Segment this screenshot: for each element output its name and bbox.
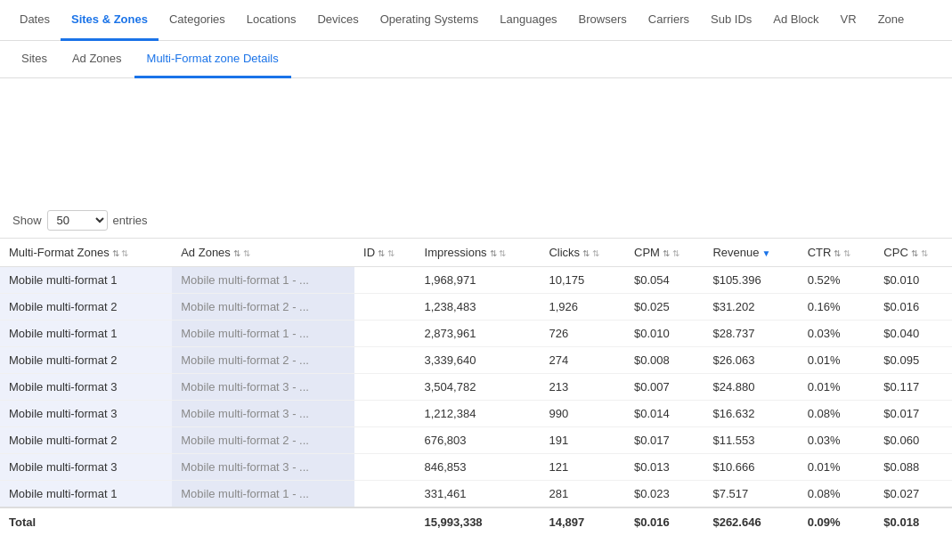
cell-cpc: $0.117 — [875, 374, 952, 401]
sort-icon-clicks: ⇅ — [582, 248, 599, 258]
cell-mfz: Mobile multi-format 2 — [0, 427, 172, 454]
cell-impressions: 1,238,483 — [416, 294, 541, 321]
cell-cpm: $0.013 — [625, 454, 704, 481]
cell-cpc: $0.088 — [875, 454, 952, 481]
table-row: Mobile multi-format 1 Mobile multi-forma… — [0, 481, 952, 508]
cell-cpc: $0.017 — [875, 401, 952, 427]
cell-mfz: Mobile multi-format 2 — [0, 294, 172, 321]
table-row: Mobile multi-format 1 Mobile multi-forma… — [0, 321, 952, 347]
nav-devices[interactable]: Devices — [306, 0, 369, 41]
cell-id — [354, 267, 416, 294]
sort-icon-id: ⇅ — [378, 248, 395, 258]
nav-carriers[interactable]: Carriers — [638, 0, 700, 41]
cell-ctr: 0.01% — [799, 347, 875, 374]
top-nav: Dates Sites & Zones Categories Locations… — [0, 0, 952, 41]
nav-languages[interactable]: Languages — [489, 0, 567, 41]
nav-locations[interactable]: Locations — [236, 0, 307, 41]
sub-nav: Sites Ad Zones Multi-Format zone Details — [0, 41, 952, 78]
col-header-mfz[interactable]: Multi-Format Zones⇅ — [0, 239, 172, 267]
cell-id — [354, 374, 416, 401]
nav-ad-block[interactable]: Ad Block — [762, 0, 829, 41]
table-row: Mobile multi-format 3 Mobile multi-forma… — [0, 401, 952, 427]
cell-clicks: 1,926 — [540, 294, 625, 321]
nav-categories[interactable]: Categories — [159, 0, 236, 41]
table-row: Mobile multi-format 2 Mobile multi-forma… — [0, 294, 952, 321]
cell-az: Mobile multi-format 3 - ... — [172, 454, 354, 481]
cell-revenue: $28.737 — [704, 321, 798, 347]
cell-ctr: 0.16% — [799, 294, 875, 321]
total-id — [354, 507, 416, 536]
cell-az: Mobile multi-format 2 - ... — [172, 294, 354, 321]
col-header-ctr[interactable]: CTR⇅ — [799, 239, 875, 267]
cell-cpc: $0.010 — [875, 267, 952, 294]
col-header-cpm[interactable]: CPM⇅ — [625, 239, 704, 267]
cell-mfz: Mobile multi-format 1 — [0, 481, 172, 508]
sort-icon-ctr: ⇅ — [834, 248, 850, 258]
nav-dates[interactable]: Dates — [9, 0, 61, 41]
cell-clicks: 990 — [540, 401, 625, 427]
cell-cpm: $0.007 — [625, 374, 704, 401]
col-header-cpc[interactable]: CPC⇅ — [875, 239, 952, 267]
total-revenue: $262.646 — [704, 507, 798, 536]
total-cpm: $0.016 — [625, 507, 704, 536]
cell-id — [354, 321, 416, 347]
cell-clicks: 213 — [540, 374, 625, 401]
cell-cpm: $0.014 — [625, 401, 704, 427]
cell-revenue: $16.632 — [704, 401, 798, 427]
cell-mfz: Mobile multi-format 3 — [0, 374, 172, 401]
cell-az: Mobile multi-format 1 - ... — [172, 321, 354, 347]
cell-ctr: 0.01% — [799, 454, 875, 481]
sort-icon-az: ⇅ — [233, 248, 250, 258]
cell-ctr: 0.03% — [799, 321, 875, 347]
cell-impressions: 676,803 — [416, 427, 541, 454]
nav-zone[interactable]: Zone — [867, 0, 915, 41]
cell-cpm: $0.010 — [625, 321, 704, 347]
cell-mfz: Mobile multi-format 3 — [0, 401, 172, 427]
col-header-revenue[interactable]: Revenue — [704, 239, 798, 267]
cell-cpm: $0.008 — [625, 347, 704, 374]
table-row: Mobile multi-format 3 Mobile multi-forma… — [0, 454, 952, 481]
cell-impressions: 3,339,640 — [416, 347, 541, 374]
col-header-az[interactable]: Ad Zones⇅ — [172, 239, 354, 267]
sort-icon-impressions: ⇅ — [490, 248, 507, 258]
cell-impressions: 2,873,961 — [416, 321, 541, 347]
chart-area — [0, 78, 952, 203]
cell-ctr: 0.08% — [799, 401, 875, 427]
cell-mfz: Mobile multi-format 1 — [0, 267, 172, 294]
cell-ctr: 0.01% — [799, 374, 875, 401]
sort-icon-revenue — [761, 248, 770, 258]
col-header-clicks[interactable]: Clicks⇅ — [540, 239, 625, 267]
cell-clicks: 274 — [540, 347, 625, 374]
cell-cpm: $0.017 — [625, 427, 704, 454]
cell-clicks: 10,175 — [540, 267, 625, 294]
nav-operating-systems[interactable]: Operating Systems — [370, 0, 490, 41]
sort-icon-cpc: ⇅ — [911, 248, 928, 258]
subnav-sites[interactable]: Sites — [9, 41, 60, 78]
nav-sub-ids[interactable]: Sub IDs — [700, 0, 762, 41]
cell-impressions: 1,212,384 — [416, 401, 541, 427]
nav-vr[interactable]: VR — [830, 0, 867, 41]
cell-mfz: Mobile multi-format 2 — [0, 347, 172, 374]
nav-sites-zones[interactable]: Sites & Zones — [61, 0, 159, 41]
total-impressions: 15,993,338 — [416, 507, 541, 536]
cell-revenue: $11.553 — [704, 427, 798, 454]
cell-az: Mobile multi-format 3 - ... — [172, 401, 354, 427]
sort-icon-cpm: ⇅ — [663, 248, 679, 258]
subnav-ad-zones[interactable]: Ad Zones — [60, 41, 134, 78]
nav-browsers[interactable]: Browsers — [568, 0, 638, 41]
table-row: Mobile multi-format 3 Mobile multi-forma… — [0, 374, 952, 401]
col-header-impressions[interactable]: Impressions⇅ — [416, 239, 541, 267]
cell-clicks: 121 — [540, 454, 625, 481]
cell-impressions: 1,968,971 — [416, 267, 541, 294]
cell-id — [354, 401, 416, 427]
subnav-multi-format-zone-details[interactable]: Multi-Format zone Details — [134, 41, 291, 78]
table-row: Mobile multi-format 2 Mobile multi-forma… — [0, 427, 952, 454]
cell-cpc: $0.027 — [875, 481, 952, 508]
col-header-id[interactable]: ID⇅ — [354, 239, 416, 267]
data-table: Multi-Format Zones⇅ Ad Zones⇅ ID⇅ Impres… — [0, 238, 952, 536]
total-az — [172, 507, 354, 536]
cell-ctr: 0.03% — [799, 427, 875, 454]
cell-cpc: $0.060 — [875, 427, 952, 454]
cell-id — [354, 294, 416, 321]
entries-select[interactable]: 50 10 25 100 — [47, 210, 108, 231]
